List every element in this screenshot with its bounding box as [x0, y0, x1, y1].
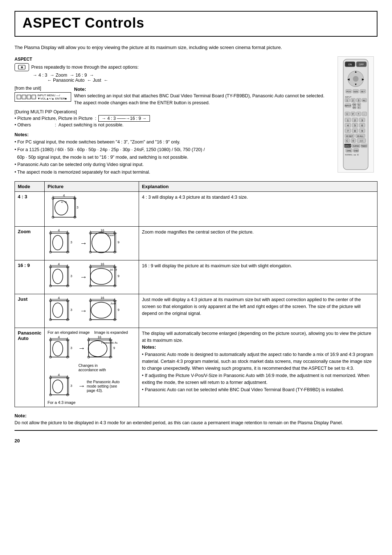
svg-text:16: 16 [98, 336, 101, 339]
right-column: ON OFF ▲ ▼ ◀ ▶ POS SIZE SET INPUT 1 2 [334, 56, 377, 176]
diagram-pa-expanded: 16 Panasonic Auto 9 [87, 336, 118, 361]
arrow-16-9: → [80, 273, 87, 281]
picture-4-3: 4 4 : 3 3 [45, 191, 139, 226]
svg-text:3: 3 [70, 308, 72, 312]
svg-text:5: 5 [354, 124, 356, 127]
pip-line2: • Others : Aspect switching is not possi… [15, 122, 330, 127]
aspect-table: Mode Picture Explanation 4 : 3 4 4 : 3 [15, 181, 377, 407]
arrow-pa-1: → [78, 344, 85, 352]
svg-text:3: 3 [77, 206, 78, 209]
pip-text1: • Picture and Picture, Picture in Pictur… [15, 116, 96, 121]
svg-text:OFF: OFF [359, 63, 364, 65]
svg-text:7: 7 [347, 129, 348, 133]
unit-panel-input [17, 95, 21, 99]
top-section: ASPECT ⊕ Press repeatedly to move throug… [15, 56, 377, 176]
arrow-zoom: → [80, 239, 87, 247]
svg-text:2: 2 [352, 99, 354, 101]
svg-text:4: 4 [58, 296, 60, 300]
unit-panel-vol [27, 95, 31, 99]
svg-text:0: 0 [352, 139, 354, 142]
svg-text:▶: ▶ [362, 77, 364, 81]
svg-text:▲: ▲ [354, 70, 357, 73]
svg-text:◀: ◀ [347, 77, 350, 81]
svg-point-178 [91, 302, 111, 318]
bottom-note: Note: Do not allow the picture to be dis… [15, 412, 377, 427]
diagram-zoom-before: 4 3 [48, 229, 78, 258]
explanation-4-3: 4 : 3 will display a 4:3 picture at its … [139, 191, 377, 226]
svg-point-8 [353, 76, 359, 82]
for-4-3-label: For a 4:3 image [48, 400, 136, 405]
unit-panel: INPUT MENU —/▼VOL▲+/▲ ENTER■ [15, 92, 71, 102]
diagram-4-3: 4 4 : 3 3 [48, 194, 91, 223]
svg-point-105 [53, 235, 63, 250]
svg-text:8: 8 [354, 129, 356, 133]
svg-text:V+: V+ [358, 104, 360, 105]
pip-diagram: → 4 : 3 ——→16 : 9 → [98, 115, 150, 122]
svg-text:3: 3 [70, 274, 72, 278]
svg-text:4: 4 [347, 124, 349, 127]
note-box: Note: When selecting an input slot that … [74, 86, 330, 106]
during-pip-section: [During MULTI PIP Operations] • Picture … [15, 109, 330, 127]
mode-panasonic-auto: PanasonicAuto [15, 328, 45, 407]
svg-point-120 [92, 232, 111, 253]
svg-text:OSD: OSD [354, 149, 359, 151]
svg-text:POS: POS [346, 90, 351, 93]
title-box: ASPECT Controls [15, 11, 377, 37]
note-text-1: When selecting an input slot that attach… [74, 93, 324, 98]
aspect-instruction: Press repeatedly to move through the asp… [31, 65, 139, 70]
notes-label: Notes: [15, 132, 29, 137]
unit-panel-menu [22, 95, 26, 99]
table-header-row: Mode Picture Explanation [15, 181, 377, 191]
explanation-16-9: 16 : 9 will display the picture at its m… [139, 260, 377, 294]
diagram-16-9-after: 16 16 : 9 9 [89, 263, 121, 292]
svg-text:NORMAL ◄► ID: NORMAL ◄► ID [345, 154, 359, 155]
diagram-pa-4-3-image: 4 3 [48, 373, 77, 399]
from-unit-label-area: [from the unit] INPUT MENU —/▼VOL▲+/▲ EN… [15, 86, 69, 106]
svg-text:16: 16 [101, 229, 104, 232]
svg-text:INPUT: INPUT [345, 105, 351, 107]
mode-just: Just [15, 294, 45, 328]
svg-text:3: 3 [70, 346, 72, 350]
svg-text:4: 4 [58, 373, 60, 377]
bottom-note-label: Note: [15, 413, 26, 418]
svg-text:-: - [364, 112, 364, 115]
table-row: Zoom 4 [15, 226, 377, 260]
svg-text:SIZE: SIZE [353, 90, 358, 93]
page-title: ASPECT Controls [23, 15, 369, 31]
arrow-just: → [80, 307, 87, 315]
aspect-button-row: ⊕ Press repeatedly to move through the a… [15, 63, 330, 71]
diagram-just-before: 4 3 [48, 296, 78, 325]
svg-point-221 [53, 380, 63, 393]
bottom-divider [15, 430, 377, 431]
svg-text:16: 16 [101, 263, 104, 266]
picture-16-9: 4 3 → [45, 260, 139, 294]
svg-rect-191 [50, 340, 68, 357]
svg-point-149 [90, 268, 112, 284]
intro-paragraph: The Plasma Display will allow you to enj… [15, 44, 377, 51]
aspect-button[interactable]: ⊕ [15, 63, 29, 71]
svg-text:9: 9 [361, 129, 363, 133]
svg-text:ID SET: ID SET [346, 135, 353, 137]
svg-text:1: 1 [347, 99, 348, 101]
svg-point-163 [53, 303, 63, 317]
svg-text:CH-: CH- [353, 107, 356, 109]
svg-text:9: 9 [118, 274, 119, 278]
svg-rect-162 [50, 301, 68, 320]
diagram-zoom-after: 16 Zoom 9 [89, 229, 121, 258]
svg-text:PC: PC [363, 99, 366, 101]
pa-notes-label: Notes: [142, 345, 156, 350]
remote-control-svg: ON OFF ▲ ▼ ◀ ▶ POS SIZE SET INPUT 1 2 [338, 56, 374, 173]
svg-text:▼: ▼ [354, 82, 357, 86]
svg-point-134 [53, 269, 63, 284]
col-explanation: Explanation [139, 181, 377, 191]
mode-setting-text: the Panasonic Automode setting (seepage … [87, 380, 120, 393]
table-row: 4 : 3 4 4 : 3 3 [15, 191, 377, 226]
picture-just: 4 3 → [45, 294, 139, 328]
svg-text:C: C [346, 139, 348, 142]
svg-point-207 [88, 341, 107, 357]
svg-text:⊕: ⊕ [21, 66, 23, 69]
mode-16-9: 16 : 9 [15, 260, 45, 294]
arrow-pa-2: → [78, 382, 85, 390]
svg-text:3: 3 [361, 118, 363, 122]
pip-line1: • Picture and Picture, Picture in Pictur… [15, 115, 330, 122]
